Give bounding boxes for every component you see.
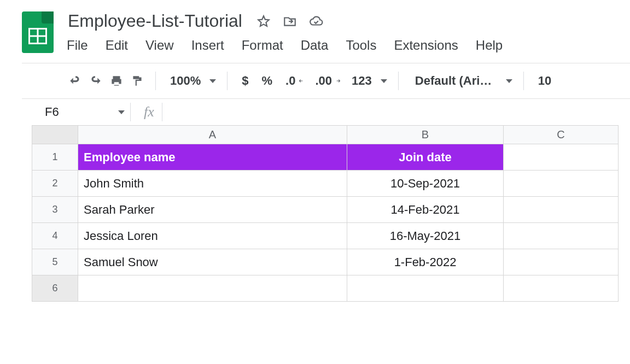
star-icon[interactable]: [256, 14, 271, 28]
column-header-C[interactable]: C: [504, 126, 619, 144]
menu-tools[interactable]: Tools: [345, 37, 377, 54]
chevron-down-icon: [506, 79, 512, 83]
chevron-down-icon: [209, 79, 216, 83]
paint-format-button[interactable]: [127, 71, 148, 91]
more-formats-dropdown[interactable]: 123: [345, 71, 390, 91]
cell-C4[interactable]: [504, 223, 619, 249]
spreadsheet-grid[interactable]: A B C 1 Employee name Join date 2 John S…: [32, 125, 619, 302]
increase-decimal-button[interactable]: .00: [308, 71, 345, 91]
font-family-value: Default (Ari…: [412, 74, 495, 88]
cell-A1[interactable]: Employee name: [78, 144, 347, 171]
format-currency-button[interactable]: $: [235, 71, 255, 91]
separator: [523, 72, 524, 90]
toolbar: 100% $ % .0 .00 123 Default (Ari… 10: [22, 63, 630, 98]
menu-extensions[interactable]: Extensions: [393, 37, 459, 54]
row-header-4[interactable]: 4: [32, 223, 78, 249]
menu-file[interactable]: File: [66, 37, 89, 54]
row-header-1[interactable]: 1: [32, 144, 78, 171]
cell-A3[interactable]: Sarah Parker: [78, 197, 347, 223]
menu-data[interactable]: Data: [300, 37, 330, 54]
zoom-value: 100%: [167, 74, 204, 88]
column-header-B[interactable]: B: [347, 126, 504, 144]
cell-A2[interactable]: John Smith: [78, 171, 347, 197]
cell-B6[interactable]: [347, 275, 504, 302]
cell-B1[interactable]: Join date: [347, 144, 504, 171]
formula-bar-cursor[interactable]: [162, 103, 162, 121]
decrease-decimal-button[interactable]: .0: [279, 71, 308, 91]
undo-button[interactable]: [65, 71, 85, 91]
chevron-down-icon: [381, 79, 387, 83]
row-header-6[interactable]: 6: [32, 275, 78, 302]
separator: [398, 72, 399, 90]
menubar: File Edit View Insert Format Data Tools …: [66, 37, 504, 54]
document-title[interactable]: Employee-List-Tutorial: [66, 10, 244, 32]
fx-icon: fx: [136, 104, 162, 120]
select-all-corner[interactable]: [32, 126, 78, 144]
zoom-dropdown[interactable]: 100%: [164, 71, 219, 91]
font-size-input[interactable]: 10: [532, 71, 558, 91]
menu-view[interactable]: View: [144, 37, 175, 54]
cell-C5[interactable]: [504, 249, 619, 275]
row-header-2[interactable]: 2: [32, 171, 78, 197]
menu-insert[interactable]: Insert: [190, 37, 225, 54]
print-button[interactable]: [106, 71, 127, 91]
sheets-logo[interactable]: [22, 11, 54, 53]
cell-B2[interactable]: 10-Sep-2021: [347, 171, 504, 197]
column-header-A[interactable]: A: [78, 126, 347, 144]
name-box[interactable]: F6: [32, 105, 130, 119]
cell-A4[interactable]: Jessica Loren: [78, 223, 347, 249]
row-header-3[interactable]: 3: [32, 197, 78, 223]
menu-help[interactable]: Help: [475, 37, 504, 54]
name-box-value: F6: [45, 105, 59, 119]
menu-format[interactable]: Format: [241, 37, 284, 54]
row-header-5[interactable]: 5: [32, 249, 78, 275]
cell-C2[interactable]: [504, 171, 619, 197]
cell-C1[interactable]: [504, 144, 619, 171]
font-size-value: 10: [535, 74, 555, 88]
menu-edit[interactable]: Edit: [104, 37, 129, 54]
cell-B3[interactable]: 14-Feb-2021: [347, 197, 504, 223]
redo-button[interactable]: [85, 71, 106, 91]
cell-A5[interactable]: Samuel Snow: [78, 249, 347, 275]
font-family-dropdown[interactable]: Default (Ari…: [406, 71, 516, 91]
separator: [155, 72, 156, 90]
cell-C3[interactable]: [504, 197, 619, 223]
move-to-folder-icon[interactable]: [283, 14, 297, 28]
cloud-saved-icon[interactable]: [309, 14, 323, 28]
chevron-down-icon: [118, 110, 125, 114]
format-percent-button[interactable]: %: [255, 71, 279, 91]
separator: [227, 72, 228, 90]
cell-C6[interactable]: [504, 275, 619, 302]
cell-B4[interactable]: 16-May-2021: [347, 223, 504, 249]
cell-B5[interactable]: 1-Feb-2022: [347, 249, 504, 275]
separator: [130, 103, 131, 121]
cell-A6[interactable]: [78, 275, 347, 302]
